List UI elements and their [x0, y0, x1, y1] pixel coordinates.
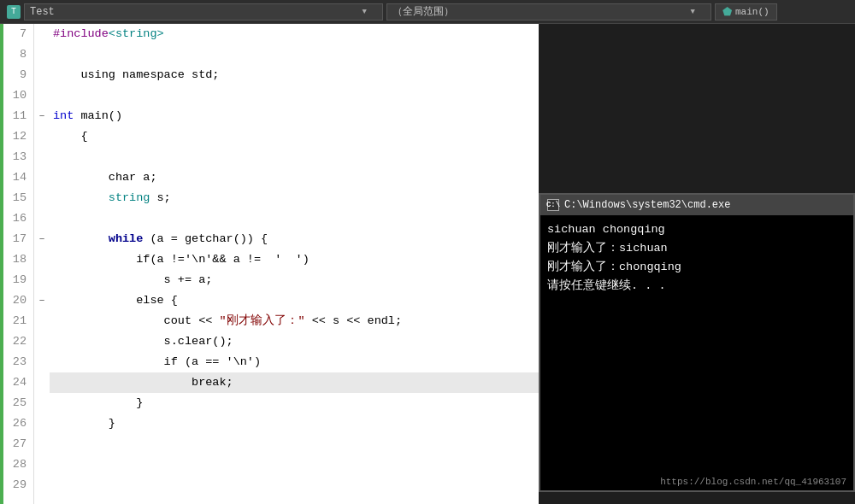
title-bar: T Test ▼ （全局范围） ▼ ⬟ main() — [0, 0, 855, 24]
code-line — [50, 454, 539, 475]
code-line — [50, 44, 539, 65]
line-number: 28 — [9, 454, 27, 475]
fold-marker — [34, 208, 50, 229]
dropdown1-arrow: ▼ — [363, 8, 367, 16]
fold-marker[interactable]: − — [34, 290, 50, 311]
cmd-body: sichuan chongqing刚才输入了：sichuan刚才输入了：chon… — [540, 215, 853, 473]
fold-marker — [34, 454, 50, 475]
line-number: 27 — [9, 434, 27, 454]
fold-marker — [34, 44, 50, 65]
code-line: #include<string> — [50, 24, 539, 44]
code-line: s += a; — [50, 270, 539, 290]
code-line: } — [50, 413, 539, 434]
fold-marker — [34, 311, 50, 331]
function-button[interactable]: ⬟ main() — [715, 3, 777, 21]
fold-marker — [34, 475, 50, 495]
line-number: 22 — [9, 331, 27, 352]
code-line: char a; — [50, 167, 539, 188]
line-number: 15 — [9, 188, 27, 208]
cmd-output-line: 刚才输入了：chongqing — [547, 258, 846, 277]
fold-marker — [34, 434, 50, 454]
cmd-output-line: sichuan chongqing — [547, 220, 846, 239]
function-icon: ⬟ — [722, 5, 732, 19]
fold-marker — [34, 413, 50, 434]
fold-marker — [34, 249, 50, 270]
code-line — [50, 208, 539, 229]
line-number: 11 — [9, 106, 27, 126]
code-line: { — [50, 126, 539, 147]
line-number: 7 — [9, 24, 27, 44]
line-number: 17 — [9, 229, 27, 249]
line-number: 23 — [9, 352, 27, 372]
code-content: 7891011121314151617181920212223242526272… — [0, 24, 539, 504]
line-number: 24 — [9, 372, 27, 393]
cmd-output-line: 请按任意键继续. . . — [547, 277, 846, 296]
code-line: } — [50, 393, 539, 413]
code-line: break; — [50, 372, 539, 393]
fold-marker — [34, 331, 50, 352]
line-number: 10 — [9, 85, 27, 106]
fold-markers: −−− — [34, 24, 50, 504]
line-number: 18 — [9, 249, 27, 270]
fold-marker — [34, 126, 50, 147]
code-line — [50, 85, 539, 106]
line-numbers: 7891011121314151617181920212223242526272… — [3, 24, 34, 504]
code-line — [50, 147, 539, 167]
line-number: 12 — [9, 126, 27, 147]
code-line: string s; — [50, 188, 539, 208]
line-number: 13 — [9, 147, 27, 167]
code-line: s.clear(); — [50, 331, 539, 352]
code-line: while (a = getchar()) { — [50, 229, 539, 249]
line-number: 16 — [9, 208, 27, 229]
code-lines: #include<string> using namespace std; in… — [50, 24, 539, 504]
line-number: 14 — [9, 167, 27, 188]
app-icon: T — [7, 5, 21, 19]
fold-marker — [34, 147, 50, 167]
fold-marker — [34, 85, 50, 106]
code-line: int main() — [50, 106, 539, 126]
fold-marker — [34, 270, 50, 290]
fold-marker — [34, 393, 50, 413]
line-number: 25 — [9, 393, 27, 413]
line-number: 8 — [9, 44, 27, 65]
scope-dropdown[interactable]: （全局范围） ▼ — [386, 3, 711, 21]
fold-marker[interactable]: − — [34, 229, 50, 249]
line-number: 21 — [9, 311, 27, 331]
code-line: if (a == '\n') — [50, 352, 539, 372]
cmd-footer: https://blog.csdn.net/qq_41963107 — [540, 473, 853, 490]
file-dropdown[interactable]: Test ▼ — [24, 3, 383, 21]
dropdown2-arrow: ▼ — [691, 8, 695, 16]
line-number: 26 — [9, 413, 27, 434]
cmd-title: C:\Windows\system32\cmd.exe — [564, 199, 730, 211]
code-line: if(a !='\n'&& a != ' ') — [50, 249, 539, 270]
line-number: 9 — [9, 65, 27, 85]
fold-marker[interactable]: − — [34, 106, 50, 126]
line-number: 20 — [9, 290, 27, 311]
line-number: 29 — [9, 475, 27, 495]
code-line — [50, 434, 539, 454]
code-editor[interactable]: 7891011121314151617181920212223242526272… — [0, 24, 539, 504]
cmd-icon: C:\ — [547, 199, 559, 211]
fold-marker — [34, 24, 50, 44]
fold-marker — [34, 188, 50, 208]
fold-marker — [34, 167, 50, 188]
line-number: 19 — [9, 270, 27, 290]
code-line: cout << "刚才输入了：" << s << endl; — [50, 311, 539, 331]
fold-marker — [34, 65, 50, 85]
cmd-title-bar: C:\ C:\Windows\system32\cmd.exe — [540, 195, 853, 215]
fold-marker — [34, 372, 50, 393]
main-area: 7891011121314151617181920212223242526272… — [0, 24, 855, 504]
cmd-window: C:\ C:\Windows\system32\cmd.exe sichuan … — [539, 193, 855, 492]
code-line: using namespace std; — [50, 65, 539, 85]
code-line — [50, 475, 539, 495]
cmd-output-line: 刚才输入了：sichuan — [547, 239, 846, 258]
code-line: else { — [50, 290, 539, 311]
fold-marker — [34, 352, 50, 372]
